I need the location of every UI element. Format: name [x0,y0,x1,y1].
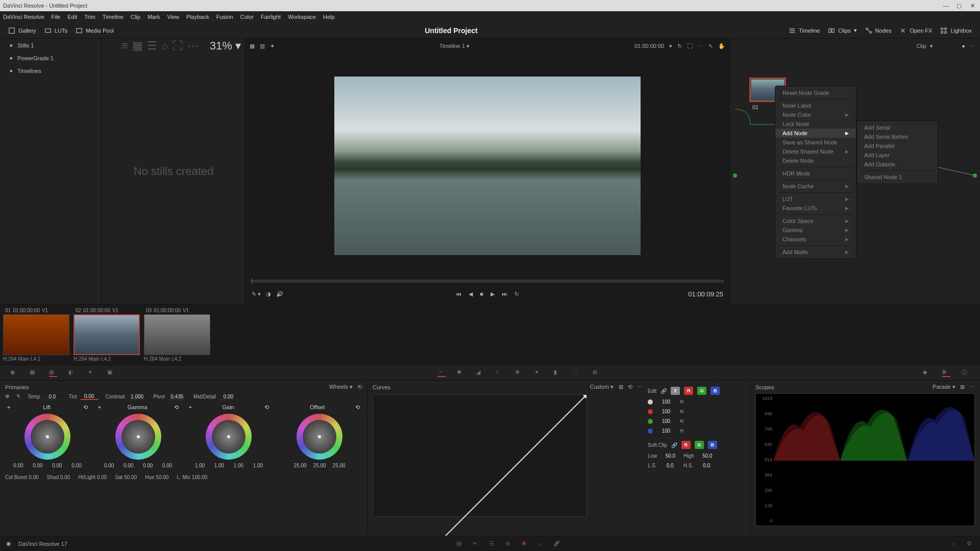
shad-value[interactable]: 0.00 [60,474,70,480]
sc-hs-val[interactable]: 0.0 [697,463,716,468]
list-icon[interactable]: ☰ [147,39,157,53]
page-deliver[interactable]: 🚀 [552,539,561,548]
ctx-lut[interactable]: LUT▶ [775,194,856,204]
first-frame-button[interactable]: ⏮ [456,291,461,297]
node-zoom-dot[interactable]: ● [962,43,965,49]
tab-motion[interactable]: ▣ [107,369,115,377]
hue-value[interactable]: 50.00 [156,474,168,480]
hand-icon[interactable]: ✋ [718,43,725,49]
pointer-icon[interactable]: ↖ [708,43,713,49]
pivot-value[interactable]: 0.435 [168,394,186,400]
sidebar-stills[interactable]: ▸ Stills 1 [0,39,102,52]
page-fusion[interactable]: ⊛ [503,539,512,548]
tab-window[interactable]: ○ [496,369,504,377]
tab-color-match[interactable]: ▦ [30,369,38,377]
luts-button[interactable]: LUTs [40,25,71,36]
ctx-lock-node[interactable]: Lock Node [775,119,856,129]
hilight-value[interactable]: 0.00 [97,474,107,480]
tab-tracker[interactable]: ✥ [515,369,523,377]
magic-icon[interactable]: ✦ [270,43,275,49]
edit-b-button[interactable]: B [710,387,720,395]
tab-qualifier[interactable]: ◢ [476,369,484,377]
menu-help[interactable]: Help [323,14,335,20]
ctx-save-shared[interactable]: Save as Shared Node [775,138,856,147]
home-icon[interactable]: ⌂ [948,539,958,548]
edit-g-button[interactable]: G [697,387,706,395]
gain-reset-icon[interactable]: ⟲ [264,404,269,411]
sidebar-powergrade[interactable]: ▸ PowerGrade 1 [0,52,102,64]
ch-r-reset[interactable]: ⟲ [679,409,683,414]
tab-blur[interactable]: ▮ [554,369,562,377]
sc-link-icon[interactable]: 🔗 [671,442,677,448]
ctx-hdr-mode[interactable]: HDR Mode [775,169,856,178]
loop-button[interactable]: ↻ [514,291,519,297]
sc-b-button[interactable]: B [708,441,717,449]
stop-button[interactable]: ■ [480,291,483,297]
menu-timeline[interactable]: Timeline [103,14,124,20]
menu-edit[interactable]: Edit [67,14,77,20]
loop-icon[interactable]: ↻ [677,43,682,49]
ch-g-val[interactable]: 100 [657,418,675,424]
menu-playback[interactable]: Playback [186,14,209,20]
menu-fusion[interactable]: Fusion [216,14,233,20]
tab-sizing[interactable]: ⊞ [593,369,601,377]
colboost-value[interactable]: 0.00 [29,474,38,480]
offset-wheel[interactable] [297,414,342,460]
tab-rgb-mixer[interactable]: ✦ [88,369,96,377]
timeline-button[interactable]: Timeline [785,25,824,36]
sc-high-val[interactable]: 50.0 [698,453,717,459]
wheels-mode[interactable]: Wheels [329,384,348,390]
sc-r-button[interactable]: R [681,441,691,449]
ctx-shared-node-1[interactable]: Shared Node 1 [857,172,938,182]
tab-warper[interactable]: ✱ [457,369,465,377]
clip-03[interactable]: 0301:00:00:00V1 H.264 Main L4.2 [144,307,210,363]
menu-file[interactable]: File [52,14,61,20]
node-graph[interactable]: 01 Reset Node Grade Node Label Node Colo… [730,53,980,267]
menu-workspace[interactable]: Workspace [288,14,316,20]
sat-value[interactable]: 50.00 [124,474,137,480]
play-button[interactable]: ▶ [491,291,495,297]
menu-color[interactable]: Color [240,14,254,20]
ctx-add-node[interactable]: Add Node▶ [775,129,856,138]
page-cut[interactable]: ✂ [471,539,480,548]
timeline-name[interactable]: Timeline 1 [439,43,465,49]
ctx-fav-luts[interactable]: Favorite LUTs▶ [775,204,856,213]
fullscreen-icon[interactable]: ⛶ [687,43,693,49]
expand-icon[interactable]: ⛶ [172,39,183,53]
sort-icon[interactable]: ≡ [121,39,128,53]
audio-icon[interactable]: 🔊 [276,291,283,297]
ctx-delete-node[interactable]: Delete Node [775,156,856,165]
tab-key[interactable]: ⬚ [573,369,581,377]
ctx-add-outside[interactable]: Add Outside [857,160,938,169]
prev-frame-button[interactable]: ◀ [469,291,473,297]
mask-icon[interactable]: ◑ [266,291,271,297]
ctx-add-parallel[interactable]: Add Parallel [857,141,938,151]
menu-mark[interactable]: Mark [148,14,160,20]
ch-y-val[interactable]: 100 [657,399,675,405]
sc-low-val[interactable]: 50.0 [661,453,679,459]
viewer-zoom[interactable]: 31% ▾ [210,39,241,53]
menu-trim[interactable]: Trim [84,14,95,20]
link-icon[interactable]: 🔗 [660,388,667,394]
ctx-add-matte[interactable]: Add Matte▶ [775,247,856,257]
tab-curves[interactable]: ⟋ [437,369,446,377]
lift-wheel[interactable] [24,414,70,460]
sc-g-button[interactable]: G [695,441,704,449]
settings-icon[interactable]: ⚙ [965,539,974,548]
menu-clip[interactable]: Clip [131,14,140,20]
ctx-color-space[interactable]: Color Space▶ [775,216,856,226]
picker-icon[interactable]: ✎ ▾ [252,291,261,297]
curves-mode[interactable]: Custom [590,384,609,390]
lift-reset-icon[interactable]: ⟲ [83,404,88,411]
gain-add-icon[interactable]: + [189,404,192,411]
edit-r-button[interactable]: R [684,387,693,395]
edit-y-button[interactable]: Y [671,387,680,395]
viewer-mode-icon[interactable]: ▦ [250,43,255,49]
tab-camera-raw[interactable]: ◉ [10,369,18,377]
timeline-scrubber[interactable] [251,280,724,283]
maximize-button[interactable]: ▢ [954,2,964,9]
ctx-gamma[interactable]: Gamma▶ [775,226,856,235]
tab-wheels[interactable]: ◎ [49,369,57,377]
viewer-more-icon[interactable]: ⋯ [698,43,703,49]
ctx-add-serial-before[interactable]: Add Serial Before [857,132,938,141]
